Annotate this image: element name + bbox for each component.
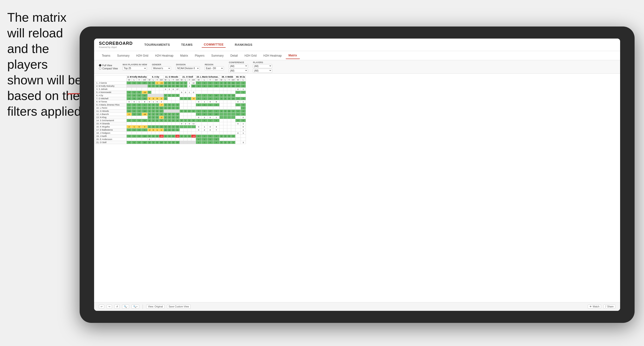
matrix-cell xyxy=(152,88,156,91)
subnav-h2h-grid1[interactable]: H2H Grid xyxy=(134,52,151,59)
matrix-cell: 1 xyxy=(180,81,184,85)
region-select[interactable]: East - DII West - DII South - DII xyxy=(204,66,224,70)
nav-committee[interactable]: COMMITTEE xyxy=(202,42,226,48)
zoom-out-btn[interactable]: 🔍- xyxy=(122,305,129,309)
matrix-cell: 0 xyxy=(196,97,202,100)
reset-icon: ↺ xyxy=(116,305,118,308)
players-select2[interactable]: (All) xyxy=(253,69,272,73)
matrix-cell: 0 xyxy=(202,113,207,116)
matrix-cell xyxy=(220,122,224,125)
matrix-cell xyxy=(188,138,191,141)
matrix-cell: 0 xyxy=(207,135,213,138)
matrix-cell: 2 xyxy=(148,138,152,141)
matrix-cell: 0 xyxy=(156,110,159,113)
corner-cell xyxy=(95,75,127,81)
matrix-cell: 0 xyxy=(196,116,202,119)
nav-rankings[interactable]: RANKINGS xyxy=(233,42,254,47)
matrix-cell xyxy=(213,91,219,94)
matrix-cell xyxy=(213,88,219,91)
matrix-cell: 10 xyxy=(175,81,180,85)
save-custom-btn[interactable]: Save Custom View xyxy=(167,305,190,309)
matrix-cell: 3 xyxy=(127,91,132,94)
conference-select[interactable]: (All) xyxy=(229,64,248,68)
nav-tournaments[interactable]: TOURNAMENTS xyxy=(142,42,172,47)
watch-btn[interactable]: 👁 Watch xyxy=(588,305,601,309)
subnav-h2h-grid2[interactable]: H2H Grid xyxy=(242,52,260,59)
nav-teams[interactable]: TEAMS xyxy=(179,42,194,47)
subnav-h2h-heatmap1[interactable]: H2H Heatmap xyxy=(152,52,176,59)
matrix-cell xyxy=(231,103,236,107)
matrix-cell xyxy=(207,107,213,110)
zoom-in-btn[interactable]: 🔍+ xyxy=(132,305,139,309)
col-player-7: 60. W Za xyxy=(235,75,246,79)
matrix-cell: 11 xyxy=(142,94,148,97)
matrix-cell: 0 xyxy=(148,85,152,88)
matrix-cell: 1 xyxy=(168,135,171,138)
matrix-cell: 2 xyxy=(235,81,240,85)
matrix-cell xyxy=(171,100,175,103)
subnav-matrix2[interactable]: Matrix xyxy=(286,52,300,59)
matrix-cell xyxy=(148,94,152,97)
gender-select[interactable]: Women's Men's xyxy=(152,66,171,70)
matrix-cell: 13 xyxy=(231,94,236,97)
matrix-cell: 0 xyxy=(152,135,156,138)
player-name: 9. A Maria Jimenez Rios xyxy=(95,103,127,107)
col-player-1: 2. M Kelly Mulcahy xyxy=(127,75,148,79)
matrix-cell: 1 xyxy=(171,113,175,116)
redo-btn[interactable]: ↪ xyxy=(107,305,112,309)
subnav-summary2[interactable]: Summary xyxy=(208,52,226,59)
matrix-cell: 0 xyxy=(171,88,175,91)
subnav-teams[interactable]: Teams xyxy=(99,52,113,59)
matrix-cell xyxy=(207,132,213,135)
undo-btn[interactable]: ↩ xyxy=(99,305,104,309)
bottom-toolbar: ↩ ↪ ↺ 🔍- 🔍+ View: Original Save Custom V… xyxy=(94,302,620,311)
reset-btn[interactable]: ↺ xyxy=(114,305,120,309)
matrix-cell: 1 xyxy=(202,97,207,100)
matrix-cell: -18 xyxy=(191,135,196,138)
max-players-select[interactable]: Top 25 Top 10 Top 50 xyxy=(122,66,147,70)
subnav-players[interactable]: Players xyxy=(192,52,207,59)
matrix-cell: 11 xyxy=(191,122,196,125)
full-view-option[interactable]: Full View xyxy=(99,64,118,67)
matrix-cell xyxy=(132,116,136,119)
matrix-cell: 0 xyxy=(136,103,142,107)
matrix-cell: 0 xyxy=(132,103,136,107)
matrix-cell xyxy=(142,85,148,88)
matrix-cell xyxy=(180,116,184,119)
matrix-cell xyxy=(224,138,227,141)
compact-view-option[interactable]: Compact View xyxy=(99,67,118,70)
matrix-cell xyxy=(224,119,227,122)
matrix-cell xyxy=(227,125,231,128)
matrix-cell: 1 xyxy=(148,103,152,107)
subnav-matrix1[interactable]: Matrix xyxy=(177,52,191,59)
players-select[interactable]: (All) xyxy=(253,64,272,68)
col-player-3: 11. G Woods xyxy=(164,75,180,79)
subnav-summary1[interactable]: Summary xyxy=(114,52,132,59)
view-original-btn[interactable]: View: Original xyxy=(146,305,164,309)
matrix-cell xyxy=(227,138,231,141)
matrix-cell: -16 xyxy=(142,113,148,116)
matrix-cell: 3 xyxy=(142,107,148,110)
subnav-h2h-heatmap2[interactable]: H2H Heatmap xyxy=(260,52,284,59)
matrix-content[interactable]: 2. M Kelly Mulcahy 6. A Dy 11. G Woods 2… xyxy=(94,74,620,302)
matrix-cell xyxy=(224,128,227,132)
matrix-cell: 6 xyxy=(240,85,246,88)
tablet: SCOREBOARD Powered by clippd TOURNAMENTS… xyxy=(80,26,634,323)
matrix-cell: 2 xyxy=(159,100,164,103)
subnav-detail[interactable]: Detail xyxy=(228,52,241,59)
matrix-cell: 7 xyxy=(127,94,132,97)
sub-w4: W xyxy=(180,79,184,81)
compact-view-radio xyxy=(99,67,101,70)
matrix-cell xyxy=(191,125,196,128)
matrix-cell xyxy=(235,116,240,119)
matrix-cell: 0 xyxy=(171,135,175,138)
conference-select2[interactable]: (All) xyxy=(229,69,248,73)
sub-l6: L xyxy=(224,79,227,81)
matrix-cell: 1 xyxy=(132,125,136,128)
matrix-cell: 0 xyxy=(152,103,156,107)
share-btn[interactable]: ⤴ Share xyxy=(604,305,615,309)
matrix-cell xyxy=(142,138,148,141)
matrix-cell: 3 xyxy=(240,141,246,144)
division-select[interactable]: NCAA Division II NCAA Division I NCAA Di… xyxy=(176,66,200,70)
matrix-cell: 3 xyxy=(142,125,148,128)
